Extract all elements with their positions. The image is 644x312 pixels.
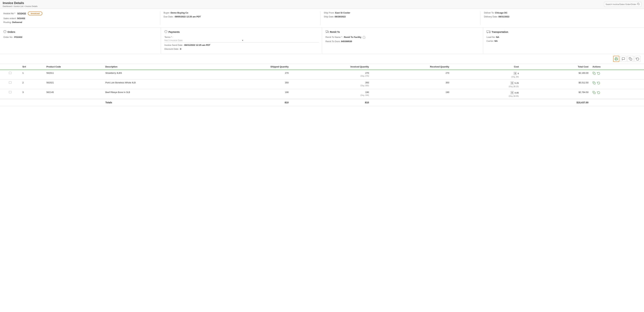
routing-row: Routing: Delivered bbox=[4, 21, 156, 23]
row-checkbox[interactable] bbox=[9, 72, 11, 74]
deliver-to-value: Chicago DC bbox=[495, 11, 508, 14]
svg-line-1 bbox=[639, 4, 640, 5]
buyer-col: Buyer: Demo Buying Co Due Date : 09/05/2… bbox=[160, 11, 320, 25]
deliver-to-row: Deliver To: Chicago DC bbox=[484, 11, 637, 14]
row-history-icon bbox=[597, 81, 600, 84]
delivery-date-label: Delivery Date: bbox=[484, 15, 498, 18]
cost-value: 4.85 bbox=[514, 91, 519, 94]
table-row: 3 562145 Beef Ribeye Bone In 3LB 190 190… bbox=[0, 89, 644, 99]
action-icons-row bbox=[0, 54, 644, 64]
dollar-sign: $ bbox=[510, 81, 514, 85]
transport-icon bbox=[486, 30, 490, 34]
row-copy-icon bbox=[592, 81, 596, 84]
invoice-info: Invoice No * SO2432 Invoiced Sales order… bbox=[0, 9, 644, 28]
th-shipped-qty: Shipped Quantity bbox=[210, 64, 291, 70]
payments-section: Payments Terms * : Net 5 Invoice Date ▾ … bbox=[161, 28, 322, 54]
load-no-label: Load No: bbox=[486, 36, 496, 38]
row-copy-button[interactable] bbox=[592, 91, 596, 94]
copy-icon bbox=[629, 57, 632, 60]
sections-row: Orders Order No : PO2432 Payments Terms … bbox=[0, 28, 644, 54]
totals-row: Totals 810 810 $10,437.00 bbox=[0, 99, 644, 106]
history-icon bbox=[636, 57, 639, 60]
search-input[interactable] bbox=[606, 3, 636, 5]
row-checkbox[interactable] bbox=[9, 91, 11, 93]
deliver-to-label: Deliver To: bbox=[484, 11, 494, 14]
sales-order-label: Sales order#: bbox=[4, 17, 16, 20]
row-cost: $ 5.25 (Org. $5.25) bbox=[451, 80, 521, 89]
copy-button[interactable] bbox=[628, 56, 634, 62]
row-invoiced-org: (Org. 190) bbox=[293, 94, 369, 96]
message-icon bbox=[622, 57, 625, 60]
table-row: 2 562021 Pork Loin Boneless Whole 4LB 35… bbox=[0, 80, 644, 89]
table-header-row: Sr# Product Code Description Shipped Qua… bbox=[0, 64, 644, 70]
row-sr: 1 bbox=[20, 70, 44, 80]
row-invoiced-org: (Org. 350) bbox=[293, 84, 369, 87]
row-received-qty: 270 bbox=[371, 70, 451, 80]
transport-title: Transportation bbox=[486, 30, 640, 34]
row-checkbox[interactable] bbox=[9, 81, 11, 84]
row-checkbox-cell bbox=[0, 89, 20, 99]
row-history-icon bbox=[597, 91, 600, 94]
remit-duns-row: Remit To Duns: 845399530 bbox=[326, 40, 480, 43]
search-box[interactable] bbox=[604, 2, 641, 7]
table-row: 1 562011 Strawberry 4LBS 270 270 (Org. 2… bbox=[0, 70, 644, 80]
orders-title: Orders bbox=[4, 30, 158, 34]
row-cost: $ 4 (Org. $4) bbox=[451, 70, 521, 80]
delivery-date-value: 08/31/2022 bbox=[498, 15, 510, 18]
totals-label: Totals bbox=[103, 99, 210, 106]
print-button[interactable] bbox=[613, 56, 619, 62]
order-no-label: Order No : bbox=[4, 36, 14, 38]
totals-shipped-qty: 810 bbox=[210, 99, 291, 106]
breadcrumb: Dashboard > Invoice List > Invoice Detai… bbox=[3, 5, 38, 7]
svg-rect-20 bbox=[594, 92, 595, 94]
remit-info-icon: i bbox=[363, 36, 365, 39]
svg-point-0 bbox=[638, 3, 639, 5]
totals-empty-3 bbox=[44, 99, 103, 106]
invoice-no-value: SO2432 bbox=[17, 12, 26, 15]
row-product-code: 562011 bbox=[44, 70, 103, 80]
svg-point-11 bbox=[328, 32, 328, 33]
sales-order-value: SO2432 bbox=[17, 17, 25, 20]
routing-value: Delivered bbox=[12, 21, 22, 23]
due-date-label: Due Date : bbox=[164, 15, 174, 18]
row-history-button[interactable] bbox=[597, 72, 600, 75]
row-history-icon bbox=[597, 72, 600, 75]
row-copy-button[interactable] bbox=[592, 81, 596, 84]
ship-date-label: Ship Date: bbox=[324, 15, 334, 18]
row-received-qty: 350 bbox=[371, 80, 451, 89]
due-date-row: Due Date : 09/05/2022 12:25 am PDT bbox=[164, 15, 317, 18]
invoice-send-date-value: 08/31/2022 12:25 am PDT bbox=[184, 44, 210, 46]
sales-order-row: Sales order#: SO2432 bbox=[4, 17, 156, 20]
invoice-no-label: Invoice No * bbox=[4, 12, 15, 15]
terms-label: Terms * : bbox=[164, 36, 173, 38]
remit-duns-value: 845399530 bbox=[341, 40, 352, 43]
row-copy-icon bbox=[592, 72, 596, 75]
row-total-cost: $2,764.50 bbox=[521, 89, 590, 99]
page-title: Invoice Details bbox=[3, 1, 38, 5]
row-history-button[interactable] bbox=[597, 91, 600, 94]
due-date-value: 09/05/2022 12:25 am PDT bbox=[175, 15, 201, 18]
remit-name-label: Remit To Name * : bbox=[326, 36, 343, 38]
terms-select[interactable]: Net 5 Invoice Date ▾ bbox=[164, 38, 318, 42]
message-button[interactable] bbox=[620, 56, 626, 62]
cost-value: 4 bbox=[518, 72, 519, 75]
order-no-row: Order No : PO2432 bbox=[4, 36, 158, 38]
carrier-row: Carrier: NA bbox=[486, 40, 640, 42]
row-product-code: 562145 bbox=[44, 89, 103, 99]
orders-title-text: Orders bbox=[8, 31, 15, 33]
history-button[interactable] bbox=[634, 56, 640, 62]
th-sr: Sr# bbox=[20, 64, 44, 70]
th-actions: Actions bbox=[590, 64, 644, 70]
row-total-cost: $5,512.50 bbox=[521, 80, 590, 89]
row-actions bbox=[590, 70, 644, 80]
row-copy-button[interactable] bbox=[592, 72, 596, 75]
th-checkbox bbox=[0, 64, 20, 70]
load-no-row: Load No: NA bbox=[486, 36, 640, 38]
cost-value: 5.25 bbox=[514, 82, 519, 84]
row-history-button[interactable] bbox=[597, 81, 600, 84]
svg-rect-8 bbox=[326, 30, 328, 32]
remit-title-text: Remit To bbox=[330, 31, 340, 33]
buyer-row: Buyer: Demo Buying Co bbox=[164, 11, 317, 14]
row-shipped-qty: 270 bbox=[210, 70, 291, 80]
ship-date-value: 08/29/2022 bbox=[335, 15, 346, 18]
